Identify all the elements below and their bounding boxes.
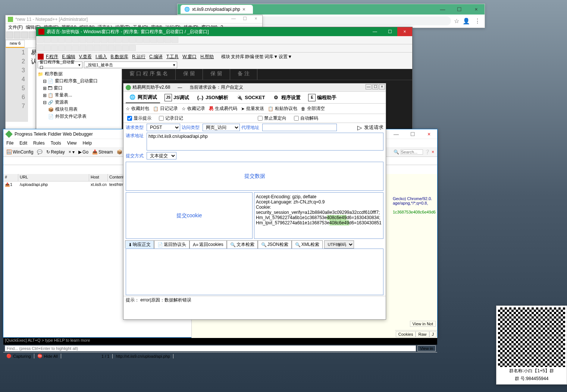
- tab-text-search[interactable]: 🔍 文本检索: [227, 240, 258, 249]
- tree-item[interactable]: 📦 模块引用表: [38, 106, 120, 113]
- tab-json-parse[interactable]: {..}JSON解析: [194, 92, 231, 103]
- tab-response-headers[interactable]: 📄 返回协议头: [154, 240, 189, 249]
- toolbar-button[interactable]: [157, 37, 164, 43]
- tree-item[interactable]: ⊟ 🔗 资源表: [38, 99, 120, 106]
- toolbar-button[interactable]: [87, 37, 93, 43]
- toolbar-button[interactable]: [108, 37, 115, 43]
- menu-item[interactable]: T.工具: [165, 54, 180, 60]
- search-box[interactable]: 🔍 ❔ ×: [392, 149, 436, 155]
- tab-response-cookies[interactable]: A= 返回cookies: [189, 240, 227, 249]
- tab-socket[interactable]: 🔌SOCKET: [233, 92, 268, 103]
- cookies-tab[interactable]: Cookies: [396, 331, 416, 337]
- menu-item[interactable]: H.帮助: [199, 54, 215, 60]
- col-num[interactable]: #: [3, 174, 18, 181]
- toolbar-button[interactable]: [58, 37, 65, 43]
- action-save-packet[interactable]: ☆收藏封包: [126, 105, 149, 112]
- toolbar-button[interactable]: [129, 45, 136, 51]
- close-button[interactable]: ×: [250, 16, 261, 23]
- close-button[interactable]: ×: [468, 4, 485, 15]
- action-paste-packet[interactable]: 📋粘贴协议包: [268, 105, 297, 112]
- tab-js-debug[interactable]: JSJS调试: [162, 92, 192, 103]
- cookie-textarea[interactable]: Accept-Encoding: gzip, deflate Accept-La…: [254, 192, 383, 239]
- url-textarea[interactable]: http://xt.iis9.cn/upload/api.php: [147, 133, 383, 151]
- menu-item[interactable]: Rules: [33, 140, 45, 146]
- tab-settings[interactable]: ⚙程序设置: [269, 92, 304, 103]
- chrome-tab[interactable]: 🌐 xt.iis9.cn/upload/api.php ×: [181, 5, 253, 14]
- menu-item[interactable]: V.查看: [78, 54, 93, 60]
- toolbar-button[interactable]: [94, 37, 100, 43]
- toolbar-button[interactable]: [14, 32, 21, 38]
- menu-item[interactable]: 支持库: [231, 54, 244, 60]
- minimize-button[interactable]: —: [366, 84, 372, 89]
- menu-item[interactable]: R.运行: [131, 54, 147, 60]
- minimize-button[interactable]: —: [367, 27, 382, 36]
- toolbar-button[interactable]: [37, 37, 44, 43]
- maximize-button[interactable]: ☐: [451, 4, 468, 15]
- toolbar-button[interactable]: [129, 37, 136, 43]
- proxy-input[interactable]: [262, 124, 337, 131]
- view-in-button[interactable]: View in: [417, 345, 436, 351]
- menu-icon[interactable]: ⋮: [473, 17, 482, 25]
- col-url[interactable]: URL: [18, 174, 89, 181]
- col-host[interactable]: Host: [89, 174, 108, 181]
- tree-item[interactable]: ⊞ 📋 常量表...: [38, 92, 120, 99]
- toolbar-button[interactable]: [101, 37, 107, 43]
- close-button[interactable]: ×: [379, 84, 385, 89]
- menu-item[interactable]: Tools: [51, 140, 61, 146]
- minimize-button[interactable]: —: [434, 4, 451, 15]
- menu-item[interactable]: 模块: [221, 54, 230, 60]
- menu-item[interactable]: B.数据库: [109, 54, 130, 60]
- toolbar-button[interactable]: [6, 32, 13, 38]
- toolbar-button[interactable]: [51, 37, 58, 43]
- user-icon[interactable]: 👤: [462, 17, 470, 25]
- toolbar-button[interactable]: [65, 45, 72, 51]
- minimize-button[interactable]: —: [228, 16, 239, 23]
- tab-json-search[interactable]: 🔍 JSON检索: [258, 240, 292, 249]
- toolbar-button[interactable]: [29, 32, 35, 38]
- help-icon[interactable]: ❔: [425, 149, 430, 155]
- action-gen-code[interactable]: 易生成易代码: [209, 105, 237, 112]
- toolbar-button[interactable]: [87, 45, 93, 51]
- menu-item[interactable]: 文件(F): [7, 24, 24, 31]
- menu-item[interactable]: View: [67, 140, 77, 146]
- go-button[interactable]: ▶ Go: [77, 149, 90, 155]
- tree-item[interactable]: 📄 外部文件记录表: [38, 113, 120, 120]
- action-clear-all[interactable]: 🗑全部清空: [301, 105, 325, 112]
- raw-tab[interactable]: Raw: [416, 331, 429, 337]
- toolbar-button[interactable]: [51, 45, 58, 51]
- maximize-button[interactable]: ☐: [382, 27, 397, 36]
- menu-item[interactable]: Edit: [19, 140, 27, 146]
- toolbar-button[interactable]: [122, 45, 129, 51]
- quickexec-bar[interactable]: [QuickExec] ALT+Q > type HELP to learn m…: [3, 338, 437, 345]
- menu-item[interactable]: Help: [83, 140, 92, 146]
- check-auto-decode[interactable]: 自动解码: [294, 115, 318, 121]
- req-type-select[interactable]: POST: [147, 124, 180, 131]
- json-tab[interactable]: J: [429, 331, 437, 337]
- tab-helper[interactable]: E编程助手: [305, 92, 339, 103]
- menu-item[interactable]: E.编辑: [60, 54, 76, 60]
- result-textarea[interactable]: [126, 249, 383, 295]
- toolbar-button[interactable]: [108, 45, 115, 51]
- search-input[interactable]: [401, 149, 423, 155]
- menu-item[interactable]: 便签: [255, 54, 264, 60]
- tab-web-debug[interactable]: 🌐网页调试: [126, 92, 160, 103]
- menu-item[interactable]: File: [6, 140, 13, 146]
- access-type-select[interactable]: 网页_访问: [203, 124, 240, 131]
- encoding-select[interactable]: UTF8解码: [324, 240, 354, 249]
- toolbar-button[interactable]: [115, 37, 122, 43]
- toolbar-button[interactable]: [150, 37, 157, 43]
- toolbar-button[interactable]: [115, 45, 122, 51]
- toolbar-button[interactable]: [101, 45, 107, 51]
- send-request-button[interactable]: ▷发送请求: [357, 124, 383, 131]
- toolbar-button[interactable]: [72, 37, 79, 43]
- maximize-button[interactable]: ☐: [239, 16, 250, 23]
- toolbar-button[interactable]: [136, 37, 143, 43]
- menu-item[interactable]: F.程序: [44, 54, 60, 60]
- tree-item[interactable]: ⊞ 🗔 窗口: [38, 85, 120, 92]
- class-dropdown[interactable]: 窗口程序集_启动窗口▾: [38, 61, 82, 68]
- winconfig-button[interactable]: 🪟 WinConfig: [5, 149, 35, 155]
- minimize-button[interactable]: —: [388, 129, 404, 139]
- remove-button[interactable]: × ▾: [67, 149, 76, 155]
- menu-item[interactable]: 设置▼: [279, 54, 292, 60]
- maximize-button[interactable]: ☐: [372, 84, 378, 89]
